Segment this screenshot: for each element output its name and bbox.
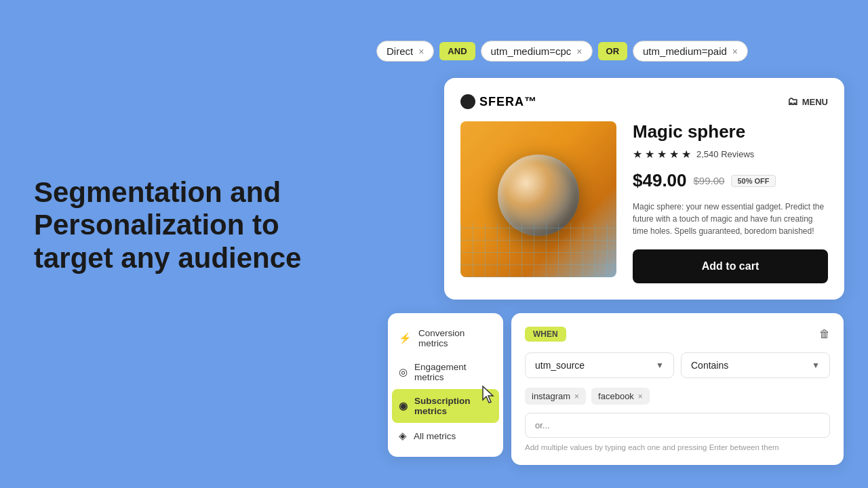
filter-tag-direct-close[interactable]: × bbox=[418, 46, 424, 57]
all-metrics-icon: ◈ bbox=[399, 430, 407, 442]
filter-tag-utm-paid-close[interactable]: × bbox=[732, 46, 738, 57]
logo-area: SFERA™ bbox=[460, 94, 537, 109]
rating-row: ★ ★ ★ ★ ★ 2,540 Reviews bbox=[633, 148, 828, 161]
product-title: Magic sphere bbox=[633, 121, 828, 142]
price-original: $99.00 bbox=[694, 175, 725, 186]
add-to-cart-button[interactable]: Add to cart bbox=[633, 249, 828, 283]
operator-select-chevron: ▼ bbox=[812, 361, 820, 370]
product-info: Magic sphere ★ ★ ★ ★ ★ 2,540 Reviews $49… bbox=[633, 121, 828, 283]
connector-or: OR bbox=[598, 42, 628, 60]
conversion-icon: ⚡ bbox=[399, 332, 412, 344]
logo-circle-icon bbox=[460, 94, 475, 109]
value-tags-row: instagram × facebook × bbox=[525, 388, 830, 405]
metric-item-engagement[interactable]: ◎ Engagement metrics bbox=[388, 355, 503, 389]
filter-tag-utm-cpc-label: utm_medium=cpc bbox=[491, 45, 572, 57]
value-tag-facebook-remove[interactable]: × bbox=[638, 392, 643, 401]
product-image bbox=[460, 121, 616, 277]
when-header: WHEN 🗑 bbox=[525, 327, 830, 342]
hero-line1: Segmentation and bbox=[34, 176, 281, 208]
menu-button[interactable]: 🗂 MENU bbox=[787, 96, 828, 108]
grid-background bbox=[460, 223, 616, 277]
star-5: ★ bbox=[682, 148, 691, 161]
filter-bar: Direct × AND utm_medium=cpc × OR utm_med… bbox=[376, 41, 748, 62]
filter-tag-utm-paid[interactable]: utm_medium=paid × bbox=[633, 41, 748, 62]
metric-item-subscription[interactable]: ◉ Subscription metrics bbox=[392, 389, 499, 423]
filter-tag-utm-cpc-close[interactable]: × bbox=[576, 46, 582, 57]
condition-panel: WHEN 🗑 utm_source ▼ Contains ▼ instagram… bbox=[511, 313, 844, 465]
filter-tag-utm-paid-label: utm_medium=paid bbox=[643, 45, 727, 57]
star-2: ★ bbox=[645, 148, 654, 161]
metric-label-subscription: Subscription metrics bbox=[414, 396, 492, 416]
connector-and: AND bbox=[439, 42, 475, 60]
metric-item-conversion[interactable]: ⚡ Conversion metrics bbox=[388, 321, 503, 355]
subscription-icon: ◉ bbox=[399, 400, 408, 412]
price-current: $49.00 bbox=[633, 170, 687, 191]
operator-select[interactable]: Contains ▼ bbox=[681, 352, 830, 378]
metric-label-conversion: Conversion metrics bbox=[418, 328, 492, 348]
logo-text: SFERA™ bbox=[479, 95, 537, 109]
review-count: 2,540 Reviews bbox=[696, 149, 754, 159]
input-hint: Add multiple values by typing each one a… bbox=[525, 443, 830, 451]
product-description: Magic sphere: your new essential gadget.… bbox=[633, 201, 828, 237]
value-input[interactable] bbox=[525, 413, 830, 438]
filter-tag-utm-cpc[interactable]: utm_medium=cpc × bbox=[481, 41, 593, 62]
engagement-icon: ◎ bbox=[399, 366, 408, 378]
field-select[interactable]: utm_source ▼ bbox=[525, 352, 674, 378]
card-body: Magic sphere ★ ★ ★ ★ ★ 2,540 Reviews $49… bbox=[460, 121, 828, 283]
condition-row: utm_source ▼ Contains ▼ bbox=[525, 352, 830, 378]
metrics-panel: ⚡ Conversion metrics ◎ Engagement metric… bbox=[388, 313, 503, 457]
star-4: ★ bbox=[669, 148, 679, 161]
card-header: SFERA™ 🗂 MENU bbox=[460, 94, 828, 109]
star-3: ★ bbox=[657, 148, 667, 161]
operator-select-value: Contains bbox=[691, 360, 728, 371]
product-card: SFERA™ 🗂 MENU Magic sphere ★ ★ ★ ★ ★ 2,5… bbox=[444, 78, 844, 300]
value-tag-instagram-remove[interactable]: × bbox=[574, 392, 579, 401]
menu-label: MENU bbox=[802, 97, 828, 107]
value-tag-instagram-label: instagram bbox=[532, 391, 570, 401]
price-row: $49.00 $99.00 50% OFF bbox=[633, 170, 828, 191]
filter-tag-direct-label: Direct bbox=[387, 45, 413, 57]
hero-section: Segmentation and Personalization to targ… bbox=[34, 176, 346, 274]
value-tag-facebook-label: facebook bbox=[598, 391, 634, 401]
field-select-chevron: ▼ bbox=[656, 361, 664, 370]
delete-condition-icon[interactable]: 🗑 bbox=[819, 328, 830, 340]
metric-label-all: All metrics bbox=[414, 431, 456, 441]
metric-item-all[interactable]: ◈ All metrics bbox=[388, 423, 503, 449]
star-1: ★ bbox=[633, 148, 642, 161]
field-select-value: utm_source bbox=[535, 360, 585, 371]
discount-badge: 50% OFF bbox=[731, 175, 775, 187]
value-tag-facebook: facebook × bbox=[591, 388, 650, 405]
when-badge: WHEN bbox=[525, 327, 566, 342]
menu-icon: 🗂 bbox=[787, 96, 798, 108]
hero-line2: Personalization to bbox=[34, 209, 279, 241]
metric-label-engagement: Engagement metrics bbox=[414, 362, 492, 382]
hero-line3: target any audience bbox=[34, 242, 301, 274]
filter-tag-direct[interactable]: Direct × bbox=[376, 41, 434, 62]
value-tag-instagram: instagram × bbox=[525, 388, 586, 405]
